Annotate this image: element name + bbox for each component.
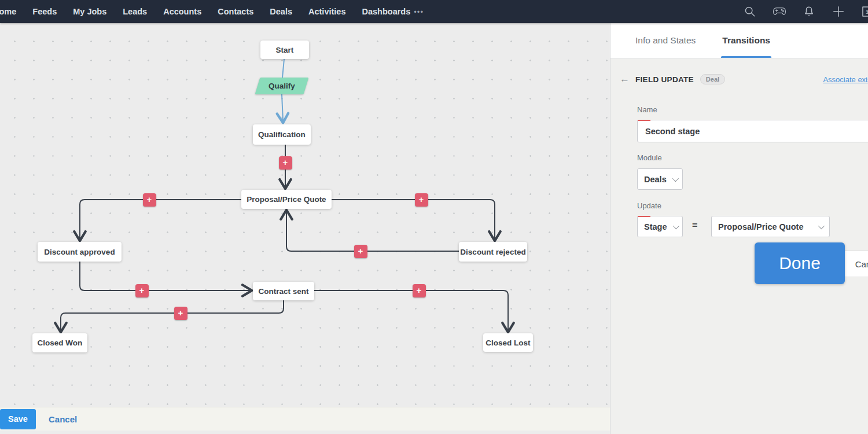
- plus-icon[interactable]: [832, 5, 845, 19]
- update-field-value: Stage: [644, 222, 667, 231]
- module-label: Module: [637, 153, 662, 162]
- gamepad-icon[interactable]: [773, 5, 786, 19]
- name-input[interactable]: [637, 120, 868, 142]
- module-badge: Deal: [700, 74, 725, 84]
- done-button[interactable]: Done: [755, 242, 845, 284]
- transition-edge: [282, 94, 283, 121]
- add-transition-button[interactable]: +: [415, 193, 428, 207]
- transition-edge: [80, 200, 241, 239]
- save-button[interactable]: Save: [0, 409, 36, 429]
- back-arrow-icon[interactable]: ←: [620, 73, 635, 85]
- state-node-closed-won[interactable]: Closed Won: [32, 333, 87, 352]
- tab-transitions[interactable]: Transitions: [722, 23, 770, 58]
- state-node-label: Qualification: [258, 130, 306, 139]
- transition-edge: [80, 262, 250, 290]
- nav-item-activities[interactable]: Activities: [308, 7, 345, 16]
- blueprint-canvas[interactable]: StartQualifyQualificationProposal/Price …: [0, 23, 610, 434]
- transition-edge: [332, 200, 495, 239]
- state-node-label: Qualify: [269, 82, 295, 90]
- transition-detail-panel: Info and States Transitions ← FIELD UPDA…: [610, 23, 868, 434]
- chevron-down-icon: [672, 175, 678, 181]
- field-update-title: FIELD UPDATE: [635, 75, 694, 84]
- nav-icon-group: 31: [743, 0, 868, 23]
- required-marker: [638, 120, 650, 121]
- nav-item-contacts[interactable]: Contacts: [218, 7, 253, 16]
- transition-edge: [61, 300, 284, 330]
- transition-edge: [314, 290, 508, 330]
- state-node-label: Contract sent: [258, 287, 308, 296]
- associate-existing-link[interactable]: Associate existi: [823, 75, 868, 84]
- add-transition-button[interactable]: +: [143, 193, 156, 207]
- state-node-contract-sent[interactable]: Contract sent: [253, 282, 314, 300]
- state-node-label: Discount rejected: [460, 248, 525, 256]
- state-node-proposal[interactable]: Proposal/Price Quote: [241, 190, 332, 209]
- top-nav-bar: HomeFeedsMy JobsLeadsAccountsContactsDea…: [0, 0, 868, 23]
- nav-items: HomeFeedsMy JobsLeadsAccountsContactsDea…: [0, 7, 410, 16]
- add-transition-button[interactable]: +: [413, 284, 426, 297]
- update-field-select[interactable]: Stage: [637, 216, 683, 237]
- module-select[interactable]: Deals: [637, 168, 683, 190]
- nav-item-accounts[interactable]: Accounts: [163, 7, 201, 16]
- tab-info-and-states[interactable]: Info and States: [635, 23, 696, 58]
- nav-more-icon[interactable]: •••: [414, 8, 424, 16]
- state-node-closed-lost[interactable]: Closed Lost: [483, 333, 533, 352]
- state-node-label: Proposal/Price Quote: [247, 195, 326, 204]
- update-label: Update: [637, 201, 661, 210]
- state-node-discount-rejected[interactable]: Discount rejected: [459, 242, 527, 262]
- nav-item-leads[interactable]: Leads: [123, 7, 147, 16]
- required-marker: [638, 216, 650, 217]
- update-value-text: Proposal/Price Quote: [718, 222, 803, 231]
- nav-item-my-jobs[interactable]: My Jobs: [73, 7, 106, 16]
- panel-tabs: Info and States Transitions: [610, 23, 868, 58]
- chevron-down-icon: [672, 222, 679, 229]
- nav-item-dashboards[interactable]: Dashboards: [362, 7, 410, 16]
- nav-item-home[interactable]: Home: [0, 7, 16, 16]
- canvas-footer-bar: Save Cancel: [0, 407, 610, 431]
- cancel-link[interactable]: Cancel: [49, 414, 77, 424]
- transition-edge: [286, 212, 459, 251]
- state-node-start[interactable]: Start: [260, 41, 309, 59]
- field-update-form: ← FIELD UPDATE Deal Associate existi Nam…: [610, 58, 868, 434]
- state-node-label: Closed Won: [38, 339, 83, 347]
- search-icon[interactable]: [743, 5, 757, 19]
- add-transition-button[interactable]: +: [135, 284, 149, 297]
- add-transition-button[interactable]: +: [279, 156, 292, 170]
- state-node-label: Closed Lost: [486, 339, 530, 347]
- state-node-label: Discount approved: [44, 248, 115, 256]
- state-node-discount-approved[interactable]: Discount approved: [38, 242, 122, 262]
- state-node-qualify[interactable]: Qualify: [258, 78, 306, 94]
- transition-edge: [282, 59, 284, 78]
- add-transition-button[interactable]: +: [174, 307, 187, 320]
- svg-text:31: 31: [866, 9, 868, 15]
- chevron-down-icon: [818, 222, 825, 229]
- state-node-qualification[interactable]: Qualification: [253, 124, 311, 145]
- module-select-value: Deals: [644, 175, 667, 184]
- nav-item-feeds[interactable]: Feeds: [32, 7, 57, 16]
- equals-sign: =: [692, 220, 697, 231]
- bell-icon[interactable]: [802, 5, 816, 19]
- name-label: Name: [637, 105, 657, 114]
- state-node-label: Start: [276, 46, 294, 54]
- nav-item-deals[interactable]: Deals: [270, 7, 292, 16]
- update-value-select[interactable]: Proposal/Price Quote: [711, 216, 830, 237]
- calendar-31-icon[interactable]: 31: [861, 5, 868, 19]
- add-transition-button[interactable]: +: [354, 245, 367, 258]
